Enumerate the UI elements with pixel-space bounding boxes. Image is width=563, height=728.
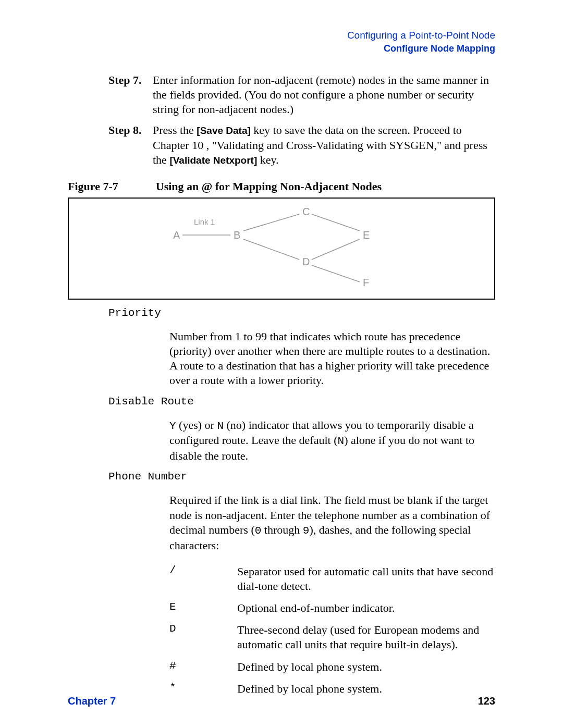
char-symbol: # [169, 660, 237, 674]
node-f-label: F [363, 277, 370, 288]
figure-caption: Using an @ for Mapping Non-Adjacent Node… [156, 180, 382, 193]
char-desc: Defined by local phone system. [237, 660, 495, 674]
char-desc: Optional end-of-number indicator. [237, 601, 495, 615]
char-desc: Separator used for automatic call units … [237, 564, 495, 594]
def-disable-route: Y (yes) or N (no) indicator that allows … [169, 418, 495, 464]
main-content: Step 7. Enter information for non-adjace… [108, 73, 495, 167]
table-row: * Defined by local phone system. [169, 682, 495, 696]
table-row: # Defined by local phone system. [169, 660, 495, 674]
char-symbol: * [169, 682, 237, 696]
node-c-label: C [302, 206, 310, 217]
svg-line-5 [312, 265, 360, 282]
link-1-label: Link 1 [194, 217, 215, 226]
text: (yes) or [176, 418, 217, 431]
special-characters-table: / Separator used for automatic call unit… [169, 564, 495, 696]
step-body: Enter information for non-adjacent (remo… [153, 73, 495, 117]
term-phone-number: Phone Number [108, 471, 495, 483]
char-desc: Three-second delay (used for European mo… [237, 623, 495, 652]
mono-9: 9 [303, 525, 310, 537]
diagram-svg: A B C D E F Link 1 [69, 199, 494, 299]
def-priority: Number from 1 to 99 that indicates which… [169, 329, 495, 388]
node-d-label: D [302, 256, 310, 267]
step-text: Enter information for non-adjacent (remo… [153, 73, 489, 116]
term-priority: Priority [108, 307, 495, 319]
step-7: Step 7. Enter information for non-adjace… [108, 73, 495, 117]
figure-diagram: A B C D E F Link 1 [68, 198, 495, 300]
page-header: Configuring a Point-to-Point Node Config… [68, 29, 495, 55]
mono-n2: N [338, 435, 345, 447]
node-a-label: A [173, 229, 180, 241]
step-marker: Step 8. [108, 123, 153, 167]
svg-line-2 [243, 239, 299, 260]
table-row: / Separator used for automatic call unit… [169, 564, 495, 594]
step-text: key. [257, 153, 278, 166]
mono-0: 0 [255, 525, 262, 537]
key-validate-netxport: [Validate Netxport] [169, 155, 257, 166]
step-body: Press the [Save Data] key to save the da… [153, 123, 495, 167]
step-marker: Step 7. [108, 73, 153, 117]
mono-y: Y [169, 420, 176, 432]
header-line-2: Configure Node Mapping [68, 42, 495, 55]
svg-line-4 [312, 239, 360, 260]
def-phone-number: Required if the link is a dial link. The… [169, 493, 495, 552]
step-text: Press the [153, 124, 197, 137]
char-symbol: E [169, 601, 237, 615]
char-symbol: D [169, 623, 237, 652]
svg-line-1 [243, 214, 299, 231]
node-e-label: E [363, 229, 370, 241]
char-desc: Defined by local phone system. [237, 682, 495, 696]
table-row: D Three-second delay (used for European … [169, 623, 495, 652]
page: Configuring a Point-to-Point Node Config… [0, 0, 563, 728]
page-number: 123 [478, 695, 495, 707]
text: through [261, 523, 302, 536]
step-8: Step 8. Press the [Save Data] key to sav… [108, 123, 495, 167]
key-save-data: [Save Data] [197, 125, 251, 136]
header-line-1: Configuring a Point-to-Point Node [68, 29, 495, 42]
chapter-label: Chapter 7 [68, 695, 116, 707]
svg-line-3 [312, 214, 360, 231]
mono-n: N [217, 420, 224, 432]
term-disable-route: Disable Route [108, 396, 495, 408]
page-footer: Chapter 7 123 [68, 695, 495, 707]
node-b-label: B [234, 229, 241, 241]
figure-number: Figure 7-7 [68, 180, 118, 193]
char-symbol: / [169, 564, 237, 594]
figure-label: Figure 7-7Using an @ for Mapping Non-Adj… [68, 180, 495, 193]
table-row: E Optional end-of-number indicator. [169, 601, 495, 615]
